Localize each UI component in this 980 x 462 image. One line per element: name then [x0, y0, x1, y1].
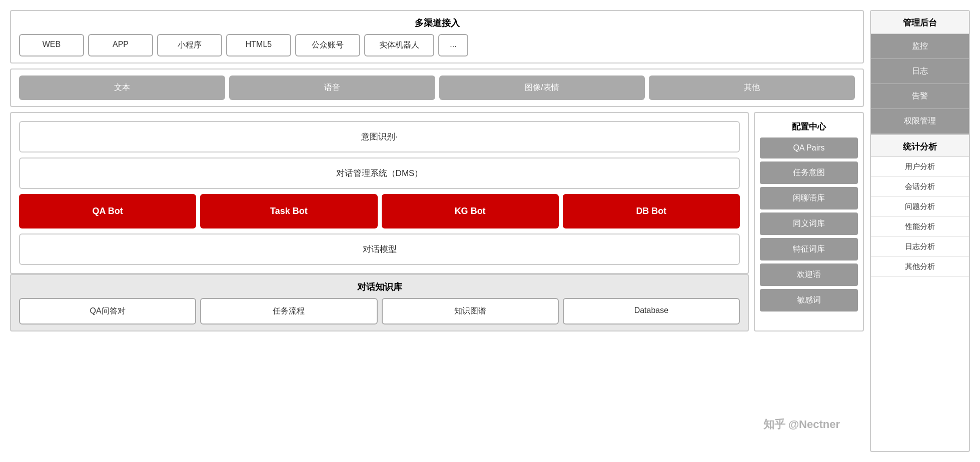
bot-row: QA Bot Task Bot KG Bot DB Bot: [19, 194, 740, 228]
kg-bot[interactable]: KG Bot: [382, 194, 559, 228]
stats-items: 用户分析 会话分析 问题分析 性能分析 日志分析 其他分析: [871, 157, 969, 277]
channel-app[interactable]: APP: [88, 34, 153, 56]
channel-web[interactable]: WEB: [19, 34, 84, 56]
channel-buttons: WEB APP 小程序 HTML5 公众账号 实体机器人 ...: [19, 34, 855, 56]
config-welcome[interactable]: 欢迎语: [760, 264, 858, 286]
knowledge-qa[interactable]: QA问答对: [19, 298, 196, 324]
dialogue-model: 对话模型: [19, 234, 740, 265]
input-text[interactable]: 文本: [19, 76, 225, 100]
task-bot[interactable]: Task Bot: [200, 194, 377, 228]
knowledge-base-title: 对话知识库: [19, 281, 740, 298]
manage-title: 管理后台: [871, 11, 969, 34]
system-section: 意图识别· 对话管理系统（DMS） QA Bot Task Bot KG Bot…: [10, 112, 749, 274]
db-bot[interactable]: DB Bot: [563, 194, 740, 228]
multi-channel-section: 多渠道接入 WEB APP 小程序 HTML5 公众账号 实体机器人 ...: [10, 10, 864, 64]
left-system-col: 意图识别· 对话管理系统（DMS） QA Bot Task Bot KG Bot…: [10, 112, 749, 332]
intent-recognition: 意图识别·: [19, 121, 740, 152]
stats-log[interactable]: 日志分析: [871, 237, 969, 257]
config-feature-words[interactable]: 特征词库: [760, 238, 858, 260]
stats-question[interactable]: 问题分析: [871, 197, 969, 217]
input-image[interactable]: 图像/表情: [439, 76, 645, 100]
middle-row: 意图识别· 对话管理系统（DMS） QA Bot Task Bot KG Bot…: [10, 112, 864, 332]
right-sidebar: 管理后台 监控 日志 告警 权限管理 统计分析 用户分析 会话分析 问题分析 性…: [870, 10, 970, 452]
channel-robot[interactable]: 实体机器人: [364, 34, 434, 56]
config-task-intent[interactable]: 任务意图: [760, 162, 858, 184]
config-center: 配置中心 QA Pairs 任务意图 闲聊语库 同义词库 特征词库 欢迎语 敏感…: [754, 112, 864, 332]
config-qa-pairs[interactable]: QA Pairs: [760, 138, 858, 158]
qa-bot[interactable]: QA Bot: [19, 194, 196, 228]
main-area: 多渠道接入 WEB APP 小程序 HTML5 公众账号 实体机器人 ... 文…: [10, 10, 864, 452]
manage-log[interactable]: 日志: [871, 59, 969, 84]
channel-more[interactable]: ...: [438, 34, 468, 56]
channel-miniprogram[interactable]: 小程序: [157, 34, 222, 56]
config-chitchat[interactable]: 闲聊语库: [760, 187, 858, 210]
knowledge-buttons: QA问答对 任务流程 知识图谱 Database: [19, 298, 740, 324]
knowledge-base-section: 对话知识库 QA问答对 任务流程 知识图谱 Database: [10, 274, 749, 332]
config-title: 配置中心: [760, 118, 858, 138]
stats-other[interactable]: 其他分析: [871, 257, 969, 277]
stats-user[interactable]: 用户分析: [871, 157, 969, 177]
manage-permission[interactable]: 权限管理: [871, 109, 969, 134]
manage-alert[interactable]: 告警: [871, 84, 969, 109]
stats-session[interactable]: 会话分析: [871, 177, 969, 197]
input-type-section: 文本 语音 图像/表情 其他: [10, 68, 864, 107]
config-synonym[interactable]: 同义词库: [760, 212, 858, 235]
multi-channel-title: 多渠道接入: [19, 17, 855, 34]
input-voice[interactable]: 语音: [229, 76, 435, 100]
knowledge-db[interactable]: Database: [563, 298, 740, 324]
dms-box: 对话管理系统（DMS）: [19, 158, 740, 189]
knowledge-task[interactable]: 任务流程: [200, 298, 377, 324]
input-other[interactable]: 其他: [649, 76, 855, 100]
manage-monitor[interactable]: 监控: [871, 34, 969, 59]
channel-html5[interactable]: HTML5: [226, 34, 291, 56]
manage-items: 监控 日志 告警 权限管理: [871, 34, 969, 134]
channel-publicaccount[interactable]: 公众账号: [295, 34, 360, 56]
system-core: 意图识别· 对话管理系统（DMS） QA Bot Task Bot KG Bot…: [19, 121, 740, 265]
input-type-buttons: 文本 语音 图像/表情 其他: [19, 76, 855, 100]
knowledge-kg[interactable]: 知识图谱: [382, 298, 559, 324]
stats-performance[interactable]: 性能分析: [871, 217, 969, 237]
config-sensitive[interactable]: 敏感词: [760, 289, 858, 312]
stats-title: 统计分析: [871, 134, 969, 157]
